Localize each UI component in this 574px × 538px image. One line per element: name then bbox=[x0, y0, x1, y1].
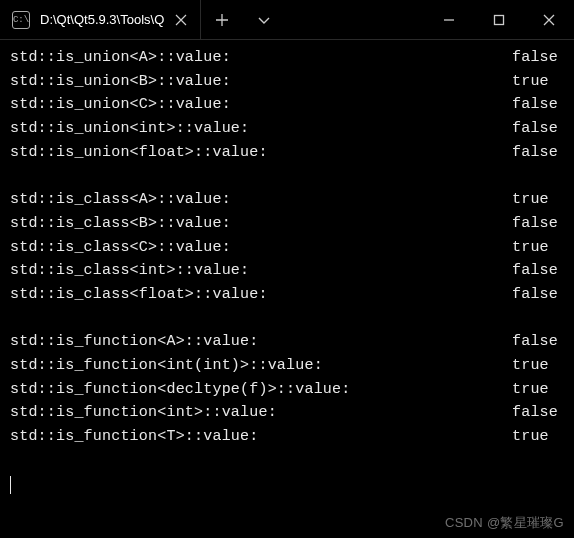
blank-line bbox=[10, 164, 564, 188]
output-label: std::is_function<decltype(f)>::value: bbox=[10, 378, 350, 402]
output-value: true bbox=[512, 70, 564, 94]
plus-icon bbox=[215, 13, 229, 27]
output-label: std::is_class<B>::value: bbox=[10, 212, 231, 236]
output-value: false bbox=[512, 141, 564, 165]
output-row: std::is_union<float>::value:false bbox=[10, 141, 564, 165]
output-value: true bbox=[512, 188, 564, 212]
tab-close-button[interactable] bbox=[174, 13, 188, 27]
blank-line bbox=[10, 449, 564, 473]
watermark: CSDN @繁星璀璨G bbox=[445, 514, 564, 532]
terminal-output[interactable]: std::is_union<A>::value:false std::is_un… bbox=[0, 40, 574, 500]
output-row: std::is_function<A>::value:false bbox=[10, 330, 564, 354]
output-value: false bbox=[512, 93, 564, 117]
cursor bbox=[10, 476, 11, 494]
output-value: false bbox=[512, 117, 564, 141]
output-label: std::is_union<int>::value: bbox=[10, 117, 249, 141]
window-controls bbox=[424, 0, 574, 39]
output-value: false bbox=[512, 401, 564, 425]
terminal-tab[interactable]: C:\ D:\Qt\Qt5.9.3\Tools\Q bbox=[0, 0, 201, 39]
minimize-button[interactable] bbox=[424, 0, 474, 39]
output-row: std::is_union<int>::value:false bbox=[10, 117, 564, 141]
maximize-icon bbox=[493, 14, 505, 26]
output-label: std::is_union<A>::value: bbox=[10, 46, 231, 70]
output-row: std::is_union<C>::value:false bbox=[10, 93, 564, 117]
output-value: false bbox=[512, 212, 564, 236]
output-label: std::is_class<float>::value: bbox=[10, 283, 268, 307]
output-label: std::is_function<T>::value: bbox=[10, 425, 258, 449]
output-label: std::is_class<C>::value: bbox=[10, 236, 231, 260]
prompt-row bbox=[10, 472, 564, 494]
titlebar: C:\ D:\Qt\Qt5.9.3\Tools\Q bbox=[0, 0, 574, 40]
output-label: std::is_union<float>::value: bbox=[10, 141, 268, 165]
tab-title: D:\Qt\Qt5.9.3\Tools\Q bbox=[40, 12, 164, 27]
output-label: std::is_function<int(int)>::value: bbox=[10, 354, 323, 378]
close-icon bbox=[543, 14, 555, 26]
output-row: std::is_function<decltype(f)>::value:tru… bbox=[10, 378, 564, 402]
output-label: std::is_function<A>::value: bbox=[10, 330, 258, 354]
minimize-icon bbox=[443, 14, 455, 26]
blank-line bbox=[10, 307, 564, 331]
output-value: true bbox=[512, 378, 564, 402]
output-row: std::is_class<C>::value:true bbox=[10, 236, 564, 260]
svg-rect-0 bbox=[495, 15, 504, 24]
output-row: std::is_function<int>::value:false bbox=[10, 401, 564, 425]
output-label: std::is_union<C>::value: bbox=[10, 93, 231, 117]
output-label: std::is_function<int>::value: bbox=[10, 401, 277, 425]
output-row: std::is_union<A>::value:false bbox=[10, 46, 564, 70]
output-value: true bbox=[512, 236, 564, 260]
output-row: std::is_class<B>::value:false bbox=[10, 212, 564, 236]
output-row: std::is_function<T>::value:true bbox=[10, 425, 564, 449]
output-row: std::is_class<float>::value:false bbox=[10, 283, 564, 307]
output-row: std::is_class<int>::value:false bbox=[10, 259, 564, 283]
output-label: std::is_class<A>::value: bbox=[10, 188, 231, 212]
close-button[interactable] bbox=[524, 0, 574, 39]
output-row: std::is_function<int(int)>::value:true bbox=[10, 354, 564, 378]
output-label: std::is_class<int>::value: bbox=[10, 259, 249, 283]
output-value: true bbox=[512, 354, 564, 378]
output-value: false bbox=[512, 283, 564, 307]
output-value: true bbox=[512, 425, 564, 449]
new-tab-button[interactable] bbox=[201, 0, 243, 39]
tab-dropdown-button[interactable] bbox=[243, 0, 285, 39]
output-value: false bbox=[512, 46, 564, 70]
maximize-button[interactable] bbox=[474, 0, 524, 39]
terminal-icon: C:\ bbox=[12, 11, 30, 29]
output-value: false bbox=[512, 259, 564, 283]
output-label: std::is_union<B>::value: bbox=[10, 70, 231, 94]
output-value: false bbox=[512, 330, 564, 354]
chevron-down-icon bbox=[257, 13, 271, 27]
output-row: std::is_union<B>::value:true bbox=[10, 70, 564, 94]
close-icon bbox=[175, 14, 187, 26]
output-row: std::is_class<A>::value:true bbox=[10, 188, 564, 212]
